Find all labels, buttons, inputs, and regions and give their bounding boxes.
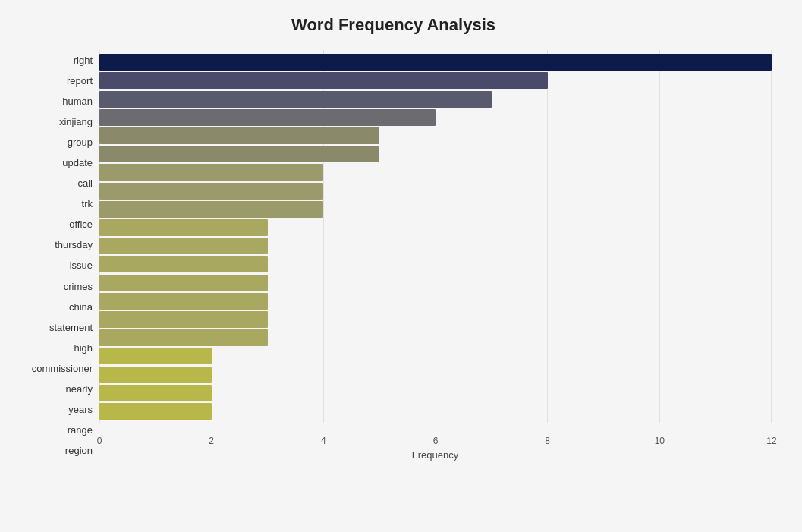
bar-row [99, 310, 772, 329]
bar [99, 348, 212, 364]
y-axis-label: years [68, 405, 93, 414]
bar [99, 238, 268, 254]
bar [99, 109, 436, 126]
bar-row [99, 127, 772, 145]
bar-row [99, 292, 772, 310]
x-axis-labels: 024681012 [99, 423, 772, 446]
x-tick-label: 2 [209, 436, 214, 446]
y-axis-label: call [77, 178, 93, 188]
bar [99, 275, 268, 291]
bar-row [99, 273, 772, 291]
y-axis-label: commissioner [32, 364, 93, 373]
y-axis-label: china [69, 302, 93, 312]
x-tick-label: 12 [766, 436, 776, 446]
bar-row [99, 109, 772, 127]
y-axis-label: nearly [66, 384, 93, 394]
chart-area: rightreporthumanxinjianggroupupdatecallt… [15, 50, 772, 461]
y-axis-label: region [65, 445, 93, 455]
chart-container: Word Frequency Analysis rightreporthuman… [0, 0, 802, 532]
y-axis-label: xinjiang [59, 117, 93, 127]
x-tick-label: 4 [321, 436, 326, 446]
bar [99, 219, 268, 236]
bar [99, 367, 212, 383]
y-axis-label: update [62, 158, 93, 168]
bar [99, 72, 548, 89]
y-axis-label: range [68, 425, 93, 435]
y-axis-label: statement [49, 323, 93, 332]
bar-row [99, 255, 772, 273]
bar [99, 201, 323, 218]
bar [99, 293, 268, 310]
x-axis-title: Frequency [99, 449, 772, 461]
chart-title: Word Frequency Analysis [15, 15, 772, 35]
bar-row [99, 200, 772, 219]
y-axis-label: report [67, 76, 93, 86]
y-axis-label: high [74, 343, 93, 353]
bar-row [99, 90, 772, 108]
x-tick-label: 6 [433, 436, 439, 446]
bar [99, 403, 212, 420]
bars-and-grid: 024681012 [99, 50, 772, 446]
x-tick-label: 8 [545, 436, 550, 446]
bar-row [99, 237, 772, 255]
bars-wrapper [99, 50, 772, 423]
bar-row [99, 163, 772, 181]
bar-row [99, 365, 772, 383]
bar [99, 91, 492, 108]
bar [99, 54, 772, 71]
bar-row [99, 219, 772, 237]
y-axis-label: right [74, 55, 93, 65]
bar [99, 127, 379, 144]
y-axis-label: human [62, 96, 93, 106]
x-tick-label: 0 [97, 436, 102, 446]
bar [99, 183, 323, 200]
bar-row [99, 71, 772, 90]
bar-row [99, 329, 772, 347]
bar-row [99, 347, 772, 365]
x-tick-label: 10 [655, 436, 665, 446]
bar [99, 146, 379, 162]
y-axis-label: thursday [55, 240, 93, 250]
bar-row [99, 53, 772, 71]
bar [99, 311, 268, 328]
bar [99, 329, 268, 346]
bar [99, 164, 323, 181]
y-axis-label: group [68, 137, 93, 147]
bar [99, 385, 212, 401]
bar-row [99, 145, 772, 163]
bar-row [99, 402, 772, 420]
bar-row [99, 181, 772, 200]
y-axis-label: office [69, 219, 93, 229]
bar [99, 256, 268, 272]
y-axis-label: trk [82, 199, 93, 209]
y-axis-label: issue [70, 260, 93, 270]
bar-row [99, 384, 772, 402]
y-axis: rightreporthumanxinjianggroupupdatecallt… [15, 50, 99, 461]
y-axis-label: crimes [64, 282, 93, 291]
